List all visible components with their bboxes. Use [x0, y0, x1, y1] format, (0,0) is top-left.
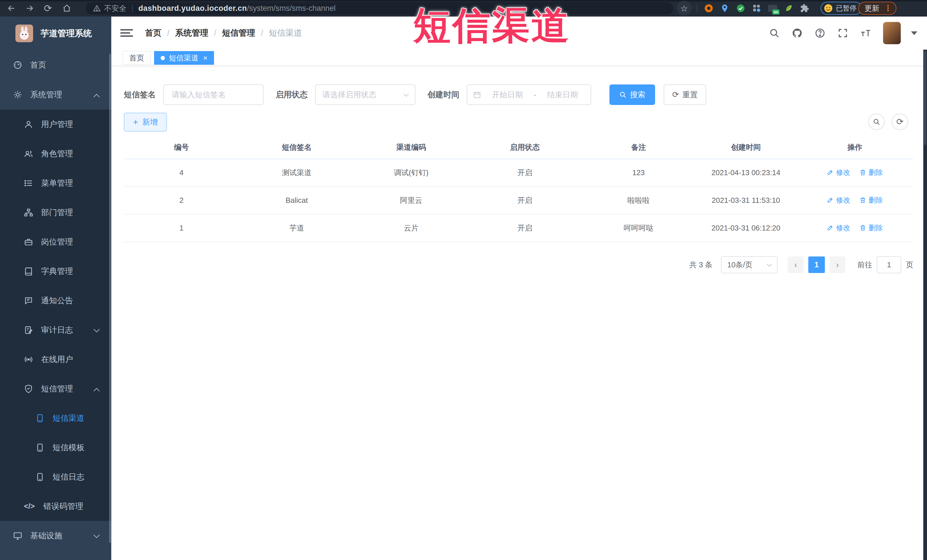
- browser-menu-icon[interactable]: ⋮: [884, 5, 892, 11]
- ext-grid-icon[interactable]: [751, 3, 762, 14]
- breadcrumb-item[interactable]: 系统管理: [175, 27, 208, 39]
- ext-green-check-icon[interactable]: [735, 3, 746, 14]
- sidebar-item-system[interactable]: 系统管理: [0, 80, 111, 109]
- active-dot-icon: [161, 56, 165, 60]
- sidebar-item-menus[interactable]: 菜单管理: [0, 168, 111, 198]
- prev-page-button[interactable]: ‹: [788, 256, 804, 273]
- search-icon: [619, 91, 626, 99]
- browser-forward-icon[interactable]: [22, 0, 38, 17]
- delete-link[interactable]: 删除: [859, 196, 883, 205]
- breadcrumb-item[interactable]: 首页: [145, 27, 161, 39]
- tab-label: 首页: [129, 53, 144, 63]
- search-button[interactable]: 搜索: [609, 85, 655, 105]
- sidebar-collapse-icon[interactable]: [120, 27, 133, 39]
- edit-link[interactable]: 修改: [827, 168, 850, 177]
- calendar-icon: [473, 91, 481, 99]
- cell-created: 2021-04-13 00:23:14: [695, 159, 796, 187]
- plus-icon: +: [133, 118, 138, 127]
- sidebar-item-sms-log[interactable]: 短信日志: [0, 462, 111, 492]
- ext-on-badge: on: [772, 9, 780, 15]
- sidebar-item-sms-channel[interactable]: 短信渠道: [0, 404, 111, 433]
- shield-icon: [24, 384, 33, 393]
- sidebar-item-sms-template[interactable]: 短信模板: [0, 433, 111, 462]
- edit-pencil-icon: [827, 197, 834, 203]
- cell-status: 开启: [468, 159, 582, 187]
- sidebar-item-home[interactable]: 首页: [0, 50, 111, 80]
- edit-link[interactable]: 修改: [827, 223, 850, 232]
- refresh-table-button[interactable]: ⟳: [892, 114, 908, 130]
- sidebar-item-audit-log[interactable]: 审计日志: [0, 315, 111, 344]
- signature-label: 短信签名: [124, 89, 156, 100]
- breadcrumb-separator: /: [167, 29, 169, 38]
- sidebar-item-label: 审计日志: [41, 325, 73, 335]
- ext-orange-ring-icon[interactable]: [703, 3, 714, 14]
- search-icon[interactable]: [769, 28, 780, 38]
- edit-link[interactable]: 修改: [827, 196, 850, 205]
- sidebar-item-roles[interactable]: 角色管理: [0, 139, 111, 168]
- sidebar-item-label: 短信日志: [53, 472, 84, 483]
- close-icon[interactable]: ×: [203, 54, 207, 62]
- cell-code: 调试(钉钉): [354, 159, 468, 187]
- cell-id: 4: [124, 159, 239, 187]
- browser-back-icon[interactable]: [3, 0, 20, 17]
- browser-profile-button[interactable]: 已暂停: [821, 2, 862, 15]
- browser-update-button[interactable]: 更新 ⋮: [858, 2, 897, 15]
- breadcrumb: 首页 / 系统管理 / 短信管理 / 短信渠道: [145, 17, 302, 50]
- code-icon: </>: [24, 502, 35, 511]
- reset-button[interactable]: ⟳ 重置: [664, 85, 706, 105]
- signal-icon: [24, 355, 33, 364]
- signature-input[interactable]: [164, 85, 263, 105]
- chevron-up-icon: [94, 388, 100, 394]
- browser-home-icon[interactable]: [59, 0, 75, 17]
- browser-reload-icon[interactable]: ⟳: [40, 0, 56, 17]
- delete-link[interactable]: 删除: [859, 168, 883, 177]
- page-scrollbar[interactable]: [923, 50, 927, 560]
- next-page-button[interactable]: ›: [830, 256, 845, 273]
- sidebar-item-notice[interactable]: 通知公告: [0, 286, 111, 315]
- sidebar-item-label: 短信管理: [41, 383, 73, 394]
- scrollbar-thumb[interactable]: [924, 51, 926, 145]
- cell-status: 开启: [468, 187, 582, 214]
- sidebar-item-label: 岗位管理: [41, 237, 73, 247]
- tab-sms-channel[interactable]: 短信渠道 ×: [154, 51, 214, 65]
- breadcrumb-separator: /: [261, 29, 263, 38]
- github-icon[interactable]: [792, 28, 802, 38]
- sidebar-item-infrastructure[interactable]: 基础设施: [0, 521, 111, 551]
- date-range-picker[interactable]: 开始日期 - 结束日期: [467, 85, 591, 105]
- sms-channel-table: 编号 短信签名 渠道编码 启用状态 备注 创建时间 操作 4 测试渠道 调试(钉…: [124, 136, 913, 242]
- page-size-select[interactable]: 10条/页: [721, 256, 778, 273]
- breadcrumb-item[interactable]: 短信管理: [222, 27, 255, 39]
- sidebar-item-users[interactable]: 用户管理: [0, 109, 111, 139]
- user-avatar[interactable]: [883, 22, 901, 44]
- fullscreen-icon[interactable]: [837, 28, 848, 38]
- address-bar[interactable]: 不安全 dashboard.yudao.iocoder.cn/system/sm…: [86, 2, 673, 15]
- delete-link[interactable]: 删除: [859, 223, 883, 232]
- pagination: 共 3 条 10条/页 ‹ 1 › 前往 页: [689, 256, 913, 273]
- caret-down-icon[interactable]: [911, 31, 917, 35]
- sidebar-scrollbar[interactable]: [109, 54, 111, 543]
- sidebar-item-dict[interactable]: 字典管理: [0, 256, 111, 286]
- phone-icon: [35, 443, 44, 452]
- toggle-search-button[interactable]: [868, 114, 885, 130]
- font-size-icon[interactable]: [860, 28, 871, 38]
- search-icon: [873, 118, 880, 126]
- sidebar-item-error-code[interactable]: </> 错误码管理: [0, 492, 111, 521]
- tab-home[interactable]: 首页: [123, 51, 150, 65]
- ext-screenshot-icon[interactable]: on: [767, 3, 778, 14]
- ext-leaf-icon[interactable]: [783, 3, 794, 14]
- status-select[interactable]: 请选择启用状态: [315, 85, 415, 105]
- breadcrumb-item-current: 短信渠道: [269, 27, 302, 39]
- page-1-button[interactable]: 1: [808, 256, 825, 273]
- add-button[interactable]: + 新增: [124, 113, 167, 132]
- help-icon[interactable]: [815, 28, 825, 38]
- sidebar-item-sms[interactable]: 短信管理: [0, 374, 111, 404]
- sidebar-item-posts[interactable]: 岗位管理: [0, 227, 111, 256]
- ext-location-pin-icon[interactable]: [719, 3, 730, 14]
- bookmark-star-icon[interactable]: ☆: [677, 1, 691, 16]
- sidebar-logo-row[interactable]: 芋道管理系统: [0, 17, 111, 50]
- sidebar-item-label: 错误码管理: [43, 501, 83, 512]
- sidebar-item-online-users[interactable]: 在线用户: [0, 344, 111, 374]
- extensions-puzzle-icon[interactable]: [799, 3, 810, 14]
- goto-page-input[interactable]: [877, 256, 901, 273]
- sidebar-item-depts[interactable]: 部门管理: [0, 198, 111, 227]
